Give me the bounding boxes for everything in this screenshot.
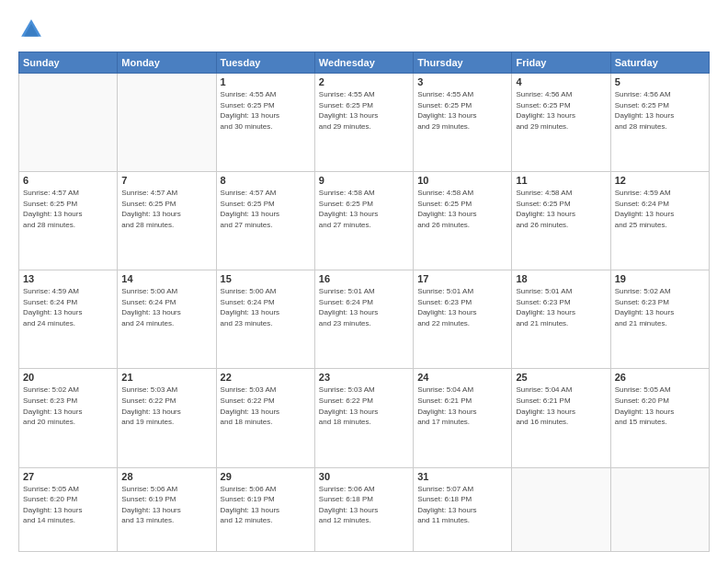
day-number: 17 — [417, 273, 507, 284]
calendar-cell: 7Sunrise: 4:57 AM Sunset: 6:25 PM Daylig… — [118, 172, 216, 270]
day-number: 29 — [221, 471, 311, 482]
day-number: 13 — [23, 273, 113, 284]
calendar-cell: 19Sunrise: 5:02 AM Sunset: 6:23 PM Dayli… — [610, 270, 709, 369]
day-number: 12 — [615, 175, 705, 186]
day-info: Sunrise: 5:05 AM Sunset: 6:20 PM Dayligh… — [23, 484, 113, 526]
day-number: 26 — [615, 372, 705, 383]
day-number: 19 — [615, 273, 705, 284]
day-info: Sunrise: 4:58 AM Sunset: 6:25 PM Dayligh… — [319, 188, 409, 230]
day-number: 31 — [417, 471, 507, 482]
calendar-week-row: 27Sunrise: 5:05 AM Sunset: 6:20 PM Dayli… — [19, 467, 710, 552]
calendar-cell: 28Sunrise: 5:06 AM Sunset: 6:19 PM Dayli… — [118, 467, 216, 552]
day-info: Sunrise: 5:03 AM Sunset: 6:22 PM Dayligh… — [221, 385, 311, 427]
calendar-cell: 8Sunrise: 4:57 AM Sunset: 6:25 PM Daylig… — [216, 172, 314, 270]
calendar-cell: 30Sunrise: 5:06 AM Sunset: 6:18 PM Dayli… — [314, 467, 413, 552]
day-info: Sunrise: 4:57 AM Sunset: 6:25 PM Dayligh… — [121, 188, 211, 230]
calendar-cell: 17Sunrise: 5:01 AM Sunset: 6:23 PM Dayli… — [414, 270, 512, 369]
day-info: Sunrise: 4:58 AM Sunset: 6:25 PM Dayligh… — [516, 188, 606, 230]
day-number: 10 — [417, 175, 507, 186]
calendar-cell: 20Sunrise: 5:02 AM Sunset: 6:23 PM Dayli… — [19, 369, 118, 467]
day-info: Sunrise: 5:01 AM Sunset: 6:23 PM Dayligh… — [417, 286, 507, 328]
calendar-table: SundayMondayTuesdayWednesdayThursdayFrid… — [18, 52, 710, 552]
weekday-header-tuesday: Tuesday — [216, 52, 314, 74]
calendar-cell: 6Sunrise: 4:57 AM Sunset: 6:25 PM Daylig… — [19, 172, 118, 270]
calendar-cell: 27Sunrise: 5:05 AM Sunset: 6:20 PM Dayli… — [19, 467, 118, 552]
weekday-header-saturday: Saturday — [610, 52, 709, 74]
calendar-cell: 3Sunrise: 4:55 AM Sunset: 6:25 PM Daylig… — [414, 74, 512, 172]
day-number: 30 — [319, 471, 409, 482]
day-info: Sunrise: 5:02 AM Sunset: 6:23 PM Dayligh… — [23, 385, 113, 427]
day-number: 23 — [319, 372, 409, 383]
day-info: Sunrise: 5:07 AM Sunset: 6:18 PM Dayligh… — [417, 484, 507, 526]
day-number: 28 — [121, 471, 211, 482]
calendar-cell: 24Sunrise: 5:04 AM Sunset: 6:21 PM Dayli… — [414, 369, 512, 467]
day-info: Sunrise: 4:58 AM Sunset: 6:25 PM Dayligh… — [417, 188, 507, 230]
day-number: 18 — [516, 273, 606, 284]
calendar-cell: 2Sunrise: 4:55 AM Sunset: 6:25 PM Daylig… — [314, 74, 413, 172]
day-info: Sunrise: 4:57 AM Sunset: 6:25 PM Dayligh… — [221, 188, 311, 230]
day-number: 22 — [221, 372, 311, 383]
day-info: Sunrise: 5:00 AM Sunset: 6:24 PM Dayligh… — [221, 286, 311, 328]
day-info: Sunrise: 4:57 AM Sunset: 6:25 PM Dayligh… — [23, 188, 113, 230]
day-number: 6 — [23, 175, 113, 186]
day-info: Sunrise: 5:02 AM Sunset: 6:23 PM Dayligh… — [615, 286, 705, 328]
calendar-cell: 23Sunrise: 5:03 AM Sunset: 6:22 PM Dayli… — [314, 369, 413, 467]
day-number: 8 — [221, 175, 311, 186]
calendar-cell — [610, 467, 709, 552]
weekday-header-row: SundayMondayTuesdayWednesdayThursdayFrid… — [19, 52, 710, 74]
calendar-cell — [19, 74, 118, 172]
day-number: 7 — [121, 175, 211, 186]
day-info: Sunrise: 4:56 AM Sunset: 6:25 PM Dayligh… — [615, 89, 705, 132]
day-number: 14 — [121, 273, 211, 284]
day-number: 2 — [319, 76, 409, 87]
day-info: Sunrise: 4:59 AM Sunset: 6:24 PM Dayligh… — [23, 286, 113, 328]
calendar-cell: 10Sunrise: 4:58 AM Sunset: 6:25 PM Dayli… — [414, 172, 512, 270]
day-number: 1 — [221, 76, 311, 87]
day-info: Sunrise: 4:59 AM Sunset: 6:24 PM Dayligh… — [615, 188, 705, 230]
day-info: Sunrise: 4:55 AM Sunset: 6:25 PM Dayligh… — [221, 89, 311, 132]
day-number: 9 — [319, 175, 409, 186]
day-info: Sunrise: 4:55 AM Sunset: 6:25 PM Dayligh… — [319, 89, 409, 132]
day-number: 15 — [221, 273, 311, 284]
day-number: 25 — [516, 372, 606, 383]
calendar-cell: 22Sunrise: 5:03 AM Sunset: 6:22 PM Dayli… — [216, 369, 314, 467]
day-info: Sunrise: 4:56 AM Sunset: 6:25 PM Dayligh… — [516, 89, 606, 132]
calendar-cell: 12Sunrise: 4:59 AM Sunset: 6:24 PM Dayli… — [610, 172, 709, 270]
calendar-cell: 4Sunrise: 4:56 AM Sunset: 6:25 PM Daylig… — [512, 74, 610, 172]
day-number: 3 — [417, 76, 507, 87]
day-info: Sunrise: 5:00 AM Sunset: 6:24 PM Dayligh… — [121, 286, 211, 328]
day-info: Sunrise: 5:03 AM Sunset: 6:22 PM Dayligh… — [319, 385, 409, 427]
calendar-cell: 15Sunrise: 5:00 AM Sunset: 6:24 PM Dayli… — [216, 270, 314, 369]
calendar-week-row: 6Sunrise: 4:57 AM Sunset: 6:25 PM Daylig… — [19, 172, 710, 270]
day-number: 5 — [615, 76, 705, 87]
day-info: Sunrise: 5:06 AM Sunset: 6:19 PM Dayligh… — [221, 484, 311, 526]
calendar-cell: 21Sunrise: 5:03 AM Sunset: 6:22 PM Dayli… — [118, 369, 216, 467]
logo — [18, 17, 48, 42]
calendar-week-row: 1Sunrise: 4:55 AM Sunset: 6:25 PM Daylig… — [19, 74, 710, 172]
weekday-header-wednesday: Wednesday — [314, 52, 413, 74]
calendar-cell: 25Sunrise: 5:04 AM Sunset: 6:21 PM Dayli… — [512, 369, 610, 467]
calendar-week-row: 20Sunrise: 5:02 AM Sunset: 6:23 PM Dayli… — [19, 369, 710, 467]
logo-icon — [18, 17, 44, 42]
weekday-header-monday: Monday — [118, 52, 216, 74]
day-info: Sunrise: 5:05 AM Sunset: 6:20 PM Dayligh… — [615, 385, 705, 427]
day-number: 20 — [23, 372, 113, 383]
calendar-cell: 31Sunrise: 5:07 AM Sunset: 6:18 PM Dayli… — [414, 467, 512, 552]
calendar-cell — [118, 74, 216, 172]
day-info: Sunrise: 5:01 AM Sunset: 6:23 PM Dayligh… — [516, 286, 606, 328]
calendar-cell: 11Sunrise: 4:58 AM Sunset: 6:25 PM Dayli… — [512, 172, 610, 270]
calendar-cell: 9Sunrise: 4:58 AM Sunset: 6:25 PM Daylig… — [314, 172, 413, 270]
day-number: 21 — [121, 372, 211, 383]
weekday-header-friday: Friday — [512, 52, 610, 74]
day-number: 4 — [516, 76, 606, 87]
day-number: 24 — [417, 372, 507, 383]
day-number: 16 — [319, 273, 409, 284]
calendar-cell — [512, 467, 610, 552]
calendar-cell: 29Sunrise: 5:06 AM Sunset: 6:19 PM Dayli… — [216, 467, 314, 552]
header — [18, 17, 710, 42]
calendar-cell: 18Sunrise: 5:01 AM Sunset: 6:23 PM Dayli… — [512, 270, 610, 369]
calendar-week-row: 13Sunrise: 4:59 AM Sunset: 6:24 PM Dayli… — [19, 270, 710, 369]
calendar-cell: 1Sunrise: 4:55 AM Sunset: 6:25 PM Daylig… — [216, 74, 314, 172]
day-info: Sunrise: 5:01 AM Sunset: 6:24 PM Dayligh… — [319, 286, 409, 328]
day-info: Sunrise: 5:04 AM Sunset: 6:21 PM Dayligh… — [417, 385, 507, 427]
